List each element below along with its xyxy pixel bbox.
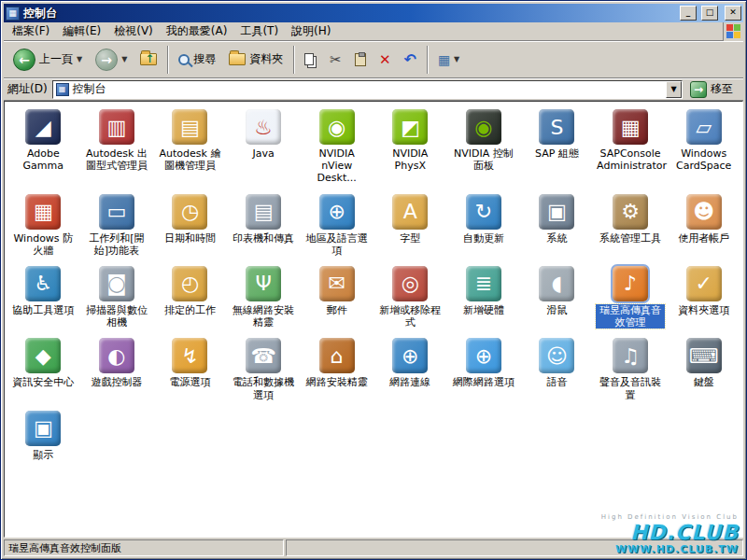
- item-label: Autodesk 出圖型式管理員: [82, 147, 151, 172]
- menu-file[interactable]: 檔案(F): [6, 21, 56, 41]
- control-panel-item[interactable]: ▦Windows 防火牆: [7, 194, 80, 257]
- windows-logo-icon: [723, 22, 743, 41]
- item-label: 瑞昱高傳真音效管理: [596, 304, 665, 329]
- control-panel-item[interactable]: ≣新增硬體: [447, 266, 521, 329]
- folders-icon: [229, 53, 246, 65]
- item-label: 使用者帳戶: [677, 232, 730, 245]
- item-label: 聲音及音訊裝置: [596, 376, 665, 400]
- control-panel-item[interactable]: ☺語音: [520, 338, 594, 400]
- item-label: 印表機和傳真: [232, 232, 295, 245]
- paste-button[interactable]: [349, 45, 372, 75]
- forward-button[interactable]: → ▼: [90, 45, 133, 75]
- menu-edit[interactable]: 編輯(E): [56, 21, 107, 41]
- control-panel-item[interactable]: ▣系統: [520, 194, 594, 257]
- windows-cardspace-icon: ▱: [686, 109, 722, 145]
- go-button[interactable]: → 移至: [687, 79, 740, 100]
- control-panel-item[interactable]: ⊕網路連線: [374, 338, 447, 400]
- toolbar-separator: [293, 46, 294, 74]
- nvidia-control-panel-icon: ◉: [466, 109, 501, 145]
- folders-button[interactable]: 資料夾: [223, 45, 289, 75]
- control-panel-item[interactable]: ◢Adobe Gamma: [7, 109, 80, 185]
- search-button[interactable]: 搜尋: [173, 45, 221, 75]
- menu-help[interactable]: 說明(H): [285, 21, 337, 41]
- control-panel-item[interactable]: Ψ無線網路安裝精靈: [227, 266, 301, 329]
- mail-icon: ✉: [319, 266, 355, 301]
- control-panel-item[interactable]: ♿協助工具選項: [7, 266, 80, 329]
- address-input[interactable]: ▦ 控制台 ▼: [52, 80, 683, 99]
- cut-button[interactable]: ✂: [324, 45, 347, 75]
- control-panel-item[interactable]: ◴排定的工作: [153, 266, 227, 329]
- item-label: 系統管理工具: [599, 232, 662, 245]
- menu-tools[interactable]: 工具(T): [233, 21, 285, 41]
- toolbar-separator: [427, 46, 428, 74]
- control-panel-item[interactable]: ♪瑞昱高傳真音效管理: [594, 266, 668, 329]
- control-panel-item[interactable]: ◉NVIDIA 控制面板: [447, 109, 521, 185]
- search-button-label: 搜尋: [193, 51, 216, 67]
- menu-favorites[interactable]: 我的最愛(A): [160, 21, 234, 41]
- control-panel-icon: ▦: [56, 83, 69, 96]
- network-setup-wizard-icon: ⌂: [319, 338, 355, 373]
- control-panel-item[interactable]: SSAP 組態: [520, 109, 594, 185]
- control-panel-item[interactable]: ▤Autodesk 繪圖機管理員: [153, 109, 227, 185]
- control-panel-item[interactable]: ◖滑鼠: [520, 266, 594, 329]
- control-panel-item[interactable]: ✉郵件: [300, 266, 374, 329]
- user-accounts-icon: ☻: [686, 194, 722, 230]
- paste-icon: [355, 53, 366, 66]
- menu-view[interactable]: 檢視(V): [107, 21, 160, 41]
- folder-options-icon: ✓: [686, 266, 722, 301]
- item-label: NVIDIA nView Deskt...: [303, 147, 372, 185]
- control-panel-item[interactable]: ✓資料夾選項: [667, 266, 740, 329]
- control-panel-item[interactable]: ◎新增或移除程式: [374, 266, 447, 329]
- item-label: 遊戲控制器: [90, 376, 143, 388]
- copy-button[interactable]: [299, 45, 322, 75]
- control-panel-item[interactable]: ♨Java: [227, 109, 301, 185]
- item-label: 協助工具選項: [11, 304, 75, 316]
- control-panel-item[interactable]: ▦SAPConsole Administrator: [594, 109, 668, 185]
- control-panel-item[interactable]: ▤印表機和傳真: [227, 194, 301, 257]
- control-panel-item[interactable]: ⊕網際網路選項: [447, 338, 521, 400]
- item-label: 日期和時間: [163, 232, 217, 245]
- item-label: NVIDIA PhysX: [375, 147, 444, 172]
- back-dropdown-icon: ▼: [77, 55, 82, 63]
- control-panel-item[interactable]: ◉NVIDIA nView Deskt...: [300, 109, 374, 185]
- address-bar: 網址(D) ▦ 控制台 ▼ → 移至: [4, 78, 743, 101]
- control-panel-item[interactable]: ⊕地區及語言選項: [300, 194, 374, 257]
- control-panel-item[interactable]: ▣顯示: [7, 411, 80, 461]
- control-panel-item[interactable]: ◩NVIDIA PhysX: [374, 109, 447, 185]
- control-panel-item[interactable]: ♫聲音及音訊裝置: [594, 338, 668, 400]
- back-arrow-icon: ←: [13, 49, 35, 71]
- control-panel-item[interactable]: ⚙系統管理工具: [594, 194, 668, 257]
- back-button[interactable]: ← 上一頁 ▼: [7, 45, 88, 75]
- address-dropdown-button[interactable]: ▼: [666, 81, 682, 98]
- control-panel-item[interactable]: ☻使用者帳戶: [667, 194, 740, 257]
- control-panel-item[interactable]: ↻自動更新: [447, 194, 521, 257]
- control-panel-item[interactable]: ⌨鍵盤: [667, 338, 740, 400]
- control-panel-item[interactable]: ↯電源選項: [153, 338, 227, 400]
- power-options-icon: ↯: [172, 338, 207, 373]
- control-panel-item[interactable]: ⌂網路安裝精靈: [300, 338, 374, 400]
- control-panel-item[interactable]: ◆資訊安全中心: [7, 338, 80, 400]
- item-label: 滑鼠: [545, 304, 568, 316]
- item-label: Java: [251, 147, 275, 160]
- control-panel-item[interactable]: ▱Windows CardSpace: [667, 109, 740, 185]
- close-button[interactable]: ✕: [725, 6, 741, 21]
- undo-button[interactable]: ↶: [398, 45, 421, 75]
- delete-button[interactable]: ✕: [374, 45, 397, 75]
- control-panel-item[interactable]: A字型: [374, 194, 447, 257]
- fonts-icon: A: [392, 194, 428, 230]
- minimize-button[interactable]: _: [680, 6, 697, 21]
- maximize-button[interactable]: □: [701, 6, 718, 21]
- control-panel-item[interactable]: ▥Autodesk 出圖型式管理員: [80, 109, 154, 185]
- nvidia-physx-icon: ◩: [392, 109, 428, 145]
- control-panel-item[interactable]: ◷日期和時間: [153, 194, 227, 257]
- item-label: 資料夾選項: [677, 304, 730, 316]
- control-panel-item[interactable]: ☎電話和數據機選項: [227, 338, 301, 400]
- go-button-label: 移至: [711, 81, 733, 97]
- control-panel-item[interactable]: ◐遊戲控制器: [80, 338, 154, 400]
- status-pane-secondary: [286, 539, 743, 556]
- address-label: 網址(D): [7, 81, 48, 97]
- views-button[interactable]: ▦ ▼: [432, 45, 465, 75]
- up-button[interactable]: ↑: [134, 45, 162, 75]
- control-panel-item[interactable]: ◙掃描器與數位相機: [80, 266, 154, 329]
- control-panel-item[interactable]: ▭工作列和[開始]功能表: [80, 194, 154, 257]
